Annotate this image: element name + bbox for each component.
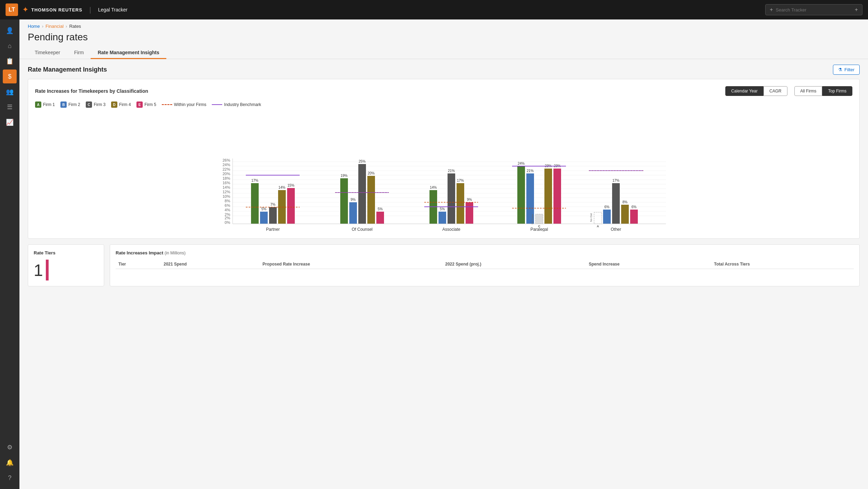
tab-rate-management[interactable]: Rate Management Insights: [91, 47, 166, 59]
section-title: Rate Management Insights: [28, 66, 107, 73]
legend-solid-line: [212, 104, 222, 105]
top-navigation: LT ✦ THOMSON REUTERS | Legal Tracker + +: [0, 0, 868, 19]
svg-text:E: E: [633, 225, 635, 228]
rate-impact-label: Rate Increases Impact: [116, 250, 163, 255]
svg-text:E: E: [290, 225, 292, 228]
chart-card: Rate Increases for Timekeepers by Classi…: [28, 79, 860, 239]
time-toggle-group: Calendar Year CAGR: [725, 86, 787, 96]
svg-text:17%: 17%: [612, 179, 619, 182]
toggle-cagr[interactable]: CAGR: [763, 86, 787, 96]
svg-text:12%: 12%: [223, 190, 230, 194]
svg-text:D: D: [281, 225, 283, 228]
sidebar-item-financial[interactable]: $: [3, 70, 17, 83]
tab-firm[interactable]: Firm: [67, 47, 91, 59]
breadcrumb-sep1: ›: [42, 24, 43, 29]
bar-assoc-c: [448, 173, 455, 224]
legend-benchmark: Industry Benchmark: [212, 102, 261, 107]
legend-label-firm3: Firm 3: [94, 102, 106, 107]
svg-text:9%: 9%: [467, 198, 472, 202]
sidebar-item-settings[interactable]: ⚙: [3, 440, 17, 454]
search-input[interactable]: [776, 7, 852, 13]
bar-para-c: [535, 214, 543, 224]
svg-text:D: D: [624, 225, 626, 228]
svg-text:4%: 4%: [225, 208, 230, 212]
sidebar-item-notifications[interactable]: 🔔: [3, 456, 17, 470]
col-2021-spend: 2021 Spend: [161, 260, 260, 269]
toggle-all-firms[interactable]: All Firms: [794, 86, 823, 96]
svg-text:2%: 2%: [225, 212, 230, 217]
svg-text:21%: 21%: [448, 169, 455, 173]
brand-name: THOMSON REUTERS: [31, 7, 82, 13]
sidebar-item-list[interactable]: ☰: [3, 100, 17, 114]
bar-chart-svg: 0% 2% 2% 2% 4% 6% 8% 10% 12% 14% 16% 18%…: [35, 113, 852, 231]
svg-text:A: A: [254, 225, 256, 228]
search-bar[interactable]: + +: [765, 4, 862, 15]
legend-firm4: D Firm 4: [111, 101, 131, 108]
breadcrumb-sep2: ›: [66, 24, 67, 29]
svg-text:26%: 26%: [223, 158, 230, 162]
col-total-across: Total Across Tiers: [711, 260, 854, 269]
legend-badge-a: A: [35, 101, 41, 108]
breadcrumb-home[interactable]: Home: [28, 24, 40, 29]
legend-benchmark-label: Industry Benchmark: [224, 102, 261, 107]
brand-logo: ✦ THOMSON REUTERS: [22, 5, 82, 14]
svg-text:18%: 18%: [223, 176, 230, 180]
legend-label-firm1: Firm 1: [43, 102, 55, 107]
svg-text:8%: 8%: [623, 200, 628, 204]
tr-icon: ✦: [22, 5, 28, 14]
table-header-row: Tier 2021 Spend Proposed Rate Increase 2…: [116, 260, 854, 269]
svg-text:22%: 22%: [223, 167, 230, 171]
filter-label: Filter: [844, 67, 854, 72]
bar-partner-b: [260, 212, 268, 224]
firms-toggle-group: All Firms Top Firms: [794, 86, 852, 96]
svg-text:7%: 7%: [270, 203, 276, 206]
svg-text:20%: 20%: [368, 171, 375, 175]
legend-firm3: C Firm 3: [86, 101, 106, 108]
bar-other-a: [594, 212, 602, 224]
left-sidebar: 👤 ⌂ 📋 $ 👥 ☰ 📈 ⚙ 🔔 ?: [0, 19, 19, 489]
svg-text:8%: 8%: [225, 199, 230, 203]
svg-text:A: A: [432, 225, 435, 228]
legend-firm1: A Firm 1: [35, 101, 55, 108]
legend-within-firms: Within your Firms: [162, 102, 206, 107]
sidebar-item-people[interactable]: 👥: [3, 85, 17, 99]
rate-impact-card: Rate Increases Impact (in Millions) Tier…: [110, 244, 860, 286]
sidebar-item-chart[interactable]: 📈: [3, 115, 17, 129]
svg-text:17%: 17%: [457, 179, 464, 182]
rate-tiers-card: Rate Tiers 1: [28, 244, 104, 286]
svg-text:0%: 0%: [225, 220, 230, 225]
chart-legend: A Firm 1 B Firm 2 C Firm 3 D Firm 4 E: [35, 101, 852, 108]
svg-text:6%: 6%: [225, 203, 230, 207]
legend-badge-e: E: [136, 101, 143, 108]
svg-text:Associate: Associate: [442, 227, 460, 231]
svg-text:5%: 5%: [261, 207, 267, 211]
sidebar-item-user[interactable]: 👤: [3, 24, 17, 38]
bar-chart-container: 0% 2% 2% 2% 4% 6% 8% 10% 12% 14% 16% 18%…: [35, 113, 852, 231]
legend-badge-d: D: [111, 101, 117, 108]
toggle-top-firms[interactable]: Top Firms: [822, 86, 852, 96]
toggle-calendar-year[interactable]: Calendar Year: [725, 86, 763, 96]
sidebar-item-document[interactable]: 📋: [3, 54, 17, 68]
impact-table: Tier 2021 Spend Proposed Rate Increase 2…: [116, 260, 854, 269]
search-plus-icon: +: [770, 7, 773, 13]
svg-text:14%: 14%: [223, 185, 230, 189]
breadcrumb-financial[interactable]: Financial: [45, 24, 64, 29]
bar-para-e: [553, 169, 561, 224]
main-layout: 👤 ⌂ 📋 $ 👥 ☰ 📈 ⚙ 🔔 ? Home › Financial › R…: [0, 19, 868, 489]
bar-partner-c: [269, 207, 277, 224]
legend-badge-c: C: [86, 101, 92, 108]
sidebar-item-home[interactable]: ⌂: [3, 39, 17, 53]
svg-text:No Data: No Data: [531, 214, 534, 225]
svg-text:E: E: [556, 225, 558, 228]
breadcrumb-current: Rates: [69, 24, 81, 29]
legend-label-firm2: Firm 2: [68, 102, 80, 107]
bar-para-a: [517, 166, 525, 224]
filter-button[interactable]: ⚗ Filter: [833, 65, 860, 75]
svg-text:15%: 15%: [287, 184, 294, 187]
sidebar-item-help[interactable]: ?: [3, 471, 17, 485]
tab-timekeeper[interactable]: Timekeeper: [28, 47, 67, 59]
bar-counsel-a: [340, 178, 348, 224]
search-add-icon[interactable]: +: [855, 7, 858, 13]
breadcrumb: Home › Financial › Rates: [19, 19, 868, 29]
col-proposed-rate: Proposed Rate Increase: [260, 260, 442, 269]
